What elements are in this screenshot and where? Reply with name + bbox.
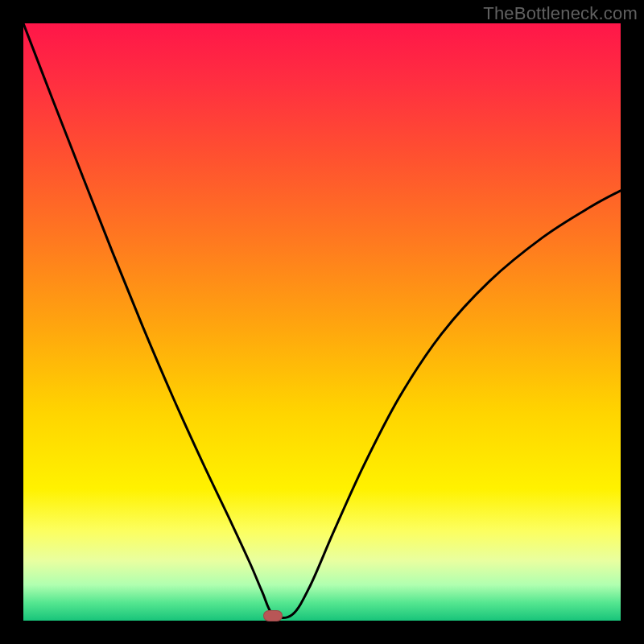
watermark-text: TheBottleneck.com (483, 3, 638, 24)
optimal-marker (263, 610, 283, 621)
chart-frame: TheBottleneck.com (0, 0, 644, 644)
plot-area (23, 23, 621, 621)
